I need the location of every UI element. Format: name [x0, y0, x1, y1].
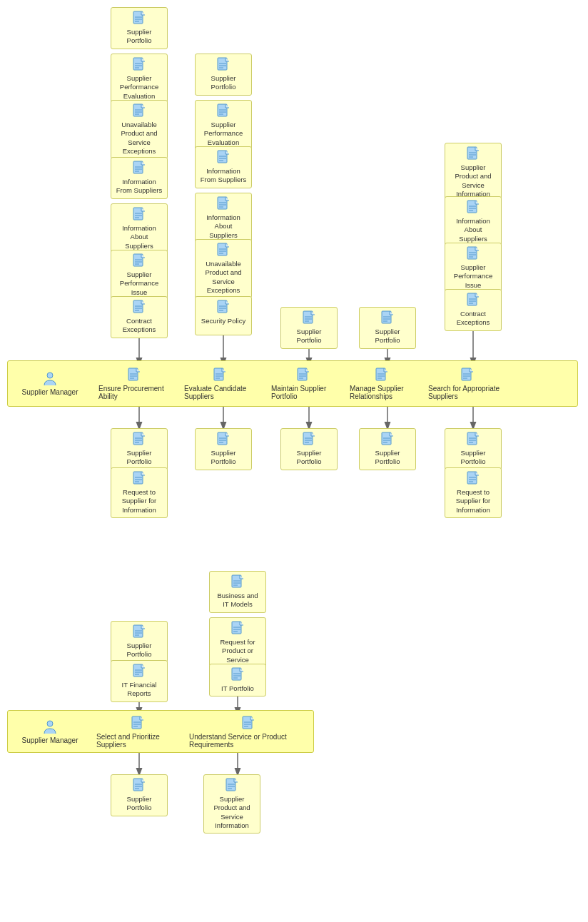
person-icon	[42, 371, 58, 387]
box-c2b4-label: Information About Suppliers	[200, 213, 247, 240]
box-c1b7: Contract Exceptions	[111, 296, 168, 338]
box-c1b4: Information From Suppliers	[111, 157, 168, 199]
box-c2b3-label: Information From Suppliers	[200, 167, 247, 185]
box-c1b2-label: Supplier Performance Evaluation	[116, 74, 163, 101]
box-c1b6-label: Supplier Performance Issue	[116, 270, 163, 297]
person-icon	[42, 719, 58, 735]
box-c5b4: Contract Exceptions	[445, 289, 502, 331]
box-c1b4-label: Information From Suppliers	[116, 178, 163, 196]
doc-icon	[230, 667, 245, 683]
box-c5b1-label: Supplier Product and Service Information	[450, 163, 497, 198]
doc-icon	[132, 624, 146, 640]
box-s1b2: Request to Supplier for Information	[111, 467, 168, 518]
doc-icon	[460, 368, 475, 383]
process-p3-label: Maintain Supplier Portfolio	[271, 385, 335, 400]
process-p7-label: Understand Service or Product Requiremen…	[189, 733, 307, 749]
doc-icon	[225, 778, 239, 794]
doc-icon	[132, 57, 146, 73]
box-l1-label: Supplier Portfolio	[116, 642, 163, 659]
supplier-manager-1: Supplier Manager	[11, 364, 89, 403]
doc-icon	[380, 432, 395, 447]
box-c2b6: Security Policy	[195, 296, 252, 335]
box-c1b6: Supplier Performance Issue	[111, 250, 168, 300]
process-p3: Maintain Supplier Portfolio	[271, 363, 335, 405]
box-t2-label: Request for Product or Service	[214, 638, 261, 664]
box-t2: Request for Product or Service	[209, 617, 266, 668]
box-c5b3: Supplier Performance Issue	[445, 243, 502, 293]
box-s1b1: Supplier Portfolio	[111, 428, 168, 470]
process-p5-label: Search for Appropriate Suppliers	[428, 385, 507, 400]
doc-icon	[132, 207, 146, 223]
box-c1b5: Information About Suppliers	[111, 203, 168, 254]
doc-icon	[216, 150, 230, 166]
doc-icon	[132, 471, 146, 487]
doc-icon	[466, 432, 480, 447]
box-s4b1: Supplier Portfolio	[359, 428, 416, 470]
box-c5b2: Information About Suppliers	[445, 196, 502, 247]
box-s2b1: Supplier Portfolio	[195, 428, 252, 470]
process-p1: Ensure Procurement Ability	[98, 363, 170, 405]
box-c5b1: Supplier Product and Service Information	[445, 143, 502, 202]
box-s3b1-label: Supplier Portfolio	[285, 449, 333, 467]
box-c1b7-label: Contract Exceptions	[116, 317, 163, 335]
doc-icon	[302, 432, 316, 447]
process-p4: Manage Supplier Relationships	[350, 363, 414, 405]
box-c4b1-label: Supplier Portfolio	[364, 328, 411, 345]
box-b1-label: Supplier Portfolio	[116, 795, 163, 813]
manager-label-1: Supplier Manager	[22, 388, 78, 396]
svg-point-159	[47, 721, 53, 726]
doc-icon	[216, 300, 230, 315]
box-c2b4: Information About Suppliers	[195, 193, 252, 243]
doc-icon	[216, 196, 230, 212]
box-c1b2: Supplier Performance Evaluation	[111, 54, 168, 104]
doc-icon	[216, 103, 230, 119]
box-s4b1-label: Supplier Portfolio	[364, 449, 411, 467]
manager-label-2: Supplier Manager	[22, 736, 78, 744]
doc-icon	[466, 471, 480, 487]
doc-icon	[132, 664, 146, 679]
doc-icon	[132, 432, 146, 447]
box-t1-label: Business and IT Models	[214, 592, 261, 609]
doc-icon	[127, 368, 141, 383]
box-b2-label: Supplier Product and Service Information	[208, 795, 255, 830]
box-s5b2-label: Request to Supplier for Information	[450, 488, 497, 515]
doc-icon	[466, 293, 480, 308]
box-c2b3: Information From Suppliers	[195, 146, 252, 188]
box-l2: IT Financial Reports	[111, 660, 168, 702]
doc-icon	[131, 716, 145, 731]
doc-icon	[132, 253, 146, 269]
doc-icon	[132, 161, 146, 176]
doc-icon	[230, 574, 245, 590]
process-p2: Evaluate Candidate Suppliers	[184, 363, 255, 405]
box-s5b2: Request to Supplier for Information	[445, 467, 502, 518]
box-c2b2-label: Supplier Performance Evaluation	[200, 121, 247, 147]
box-l1: Supplier Portfolio	[111, 621, 168, 663]
box-s5b1-label: Supplier Portfolio	[450, 449, 497, 467]
doc-icon	[302, 310, 316, 326]
box-s5b1: Supplier Portfolio	[445, 428, 502, 470]
process-p6-label: Select and Prioritize Suppliers	[96, 733, 178, 749]
doc-icon	[213, 368, 227, 383]
doc-icon	[241, 716, 255, 731]
diagram-container: Supplier Portfolio Supplier Performance …	[0, 0, 588, 922]
box-c1b1-label: Supplier Portfolio	[116, 28, 163, 46]
box-c2b6-label: Security Policy	[201, 317, 245, 325]
process-p5: Search for Appropriate Suppliers	[428, 363, 507, 405]
box-c2b5: Unavailable Product and Service Exceptio…	[195, 239, 252, 298]
process-p2-label: Evaluate Candidate Suppliers	[184, 385, 255, 400]
process-p4-label: Manage Supplier Relationships	[350, 385, 414, 400]
box-c2b5-label: Unavailable Product and Service Exceptio…	[200, 260, 247, 295]
doc-icon	[132, 778, 146, 794]
box-c4b1: Supplier Portfolio	[359, 307, 416, 349]
box-b2: Supplier Product and Service Information	[203, 774, 260, 834]
box-c5b4-label: Contract Exceptions	[450, 310, 497, 328]
process-p6: Select and Prioritize Suppliers	[96, 712, 178, 751]
box-c1b1: Supplier Portfolio	[111, 7, 168, 49]
process-p1-label: Ensure Procurement Ability	[98, 385, 170, 400]
box-t3-label: IT Portfolio	[221, 684, 254, 693]
box-c2b2: Supplier Performance Evaluation	[195, 100, 252, 151]
box-c1b5-label: Information About Suppliers	[116, 224, 163, 250]
box-c3b1-label: Supplier Portfolio	[285, 328, 333, 345]
doc-icon	[375, 368, 389, 383]
doc-icon	[132, 11, 146, 26]
